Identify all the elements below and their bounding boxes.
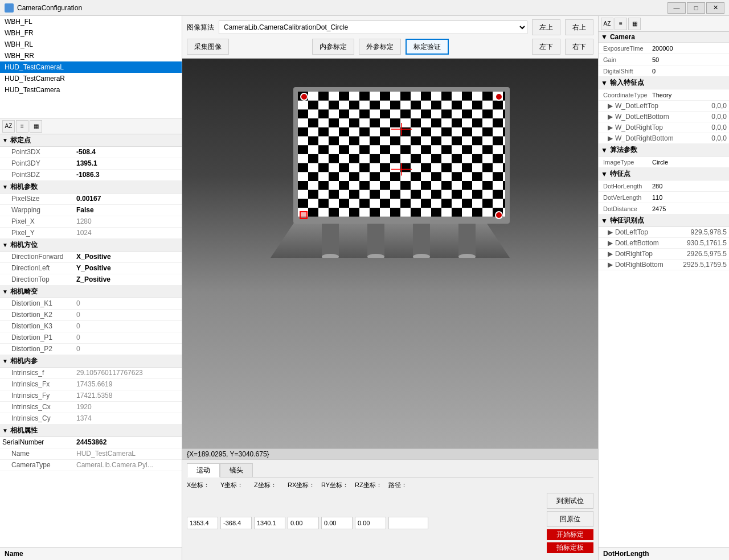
section-camera-orient[interactable]: ▼ 相机方位 — [0, 239, 182, 252]
tab-motion[interactable]: 运动 — [187, 463, 220, 477]
prop-value-pixel-y: 1024 — [74, 228, 182, 238]
prop-value-intrinsics-fx: 17435.6619 — [74, 379, 182, 390]
rsection-feature-label: 特征点 — [610, 169, 630, 179]
camera-item-wbh-fl[interactable]: WBH_FL — [0, 16, 182, 27]
rprop-expand-dotrightbottom-recog[interactable]: ▶ DotRightBottom 2925.5,1759.5 — [599, 260, 729, 270]
rprop-name-dothorlength: DotHorLength — [599, 182, 650, 191]
btn-bottom-right[interactable]: 右下 — [565, 39, 593, 55]
section-camera-distortion[interactable]: ▼ 相机畸变 — [0, 286, 182, 298]
section-camera-orient-label: 相机方位 — [10, 240, 38, 250]
x-input[interactable] — [187, 517, 218, 529]
rsection-algo-params[interactable]: ▼ 算法参数 — [599, 144, 729, 157]
properties-menu-button[interactable]: ▦ — [30, 120, 42, 133]
rprop-name-imagetype: ImageType — [599, 158, 650, 167]
prop-name-distortion-p1: Distortion_P1 — [0, 332, 74, 343]
algo-row: 图像算法 CameraLib.CameraCalibrationDot_Circ… — [187, 19, 593, 35]
camera-item-hud-testcamera[interactable]: HUD_TestCamera — [0, 84, 182, 96]
left-panel: WBH_FL WBH_FR WBH_RL WBH_RR HUD_TestCame… — [0, 16, 182, 560]
btn-top-left[interactable]: 左上 — [532, 19, 560, 35]
section-camera-intrinsics[interactable]: ▼ 相机内参 — [0, 355, 182, 368]
rsection-camera[interactable]: ▼ Camera — [599, 32, 729, 43]
right-sort-az[interactable]: AZ — [601, 18, 613, 30]
btn-return-origin[interactable]: 回原位 — [547, 511, 593, 527]
rsection-input-features[interactable]: ▼ 输入特征点 — [599, 77, 729, 89]
right-toolbar: AZ ≡ ▦ — [599, 16, 729, 32]
btn-goto-position[interactable]: 到测试位 — [547, 493, 593, 509]
svg-rect-4 — [458, 218, 476, 258]
coord-text: {X=189.0295, Y=3040.675} — [187, 450, 269, 458]
rprop-value-coord-type: Theory — [650, 90, 729, 100]
rprop-expand-dotleftbottom-recog[interactable]: ▶ DotLeftBottom 930.5,1761.5 — [599, 238, 729, 249]
rsection-feature-recog-label: 特征识别点 — [610, 216, 644, 225]
image-area[interactable] — [182, 59, 598, 448]
path-label: 路径： — [388, 481, 428, 489]
z-input[interactable] — [254, 517, 285, 529]
maximize-button[interactable]: □ — [687, 2, 705, 14]
prop-row-cameratype: CameraType CameraLib.Camera.Pyl... — [0, 460, 182, 471]
left-bottom-label: Name — [0, 547, 182, 560]
dot-br — [495, 211, 503, 219]
btn-validate[interactable]: 标定验证 — [406, 39, 449, 55]
rprop-expand-dotrighttop[interactable]: ▶ W_DotRightTop 0,0,0 — [599, 122, 729, 133]
title-bar: CameraConfiguration — □ ✕ — [0, 0, 729, 16]
btn-bottom-left[interactable]: 左下 — [532, 39, 560, 55]
rprop-expand-dotrighttop-recog[interactable]: ▶ DotRightTop 2926.5,975.5 — [599, 249, 729, 260]
camera-item-wbh-fr[interactable]: WBH_FR — [0, 27, 182, 39]
section-calibration-point[interactable]: ▼ 标定点 — [0, 134, 182, 147]
rprop-expand-dotleftbottom[interactable]: ▶ W_DotLeftBottom 0,0,0 — [599, 112, 729, 122]
sort-cat-button[interactable]: ≡ — [16, 120, 28, 133]
camera-item-wbh-rl[interactable]: WBH_RL — [0, 39, 182, 50]
close-button[interactable]: ✕ — [706, 2, 724, 14]
algo-select[interactable]: CameraLib.CameraCalibrationDot_Circle — [219, 20, 527, 34]
action-row: 采集图像 内参标定 外参标定 标定验证 左下 右下 — [187, 39, 593, 55]
right-bottom-label: DotHorLength — [599, 547, 729, 560]
rprop-expand-dotlefttop[interactable]: ▶ W_DotLeftTop 0,0,0 — [599, 101, 729, 112]
right-sort-cat[interactable]: ≡ — [615, 18, 627, 30]
camera-item-hud-testcameral[interactable]: HUD_TestCameraL — [0, 61, 182, 73]
btn-top-right[interactable]: 右上 — [565, 19, 593, 35]
title-bar-controls[interactable]: — □ ✕ — [667, 2, 724, 14]
minimize-button[interactable]: — — [667, 2, 686, 14]
btn-extrinsic[interactable]: 外参标定 — [359, 39, 401, 55]
section-camera-params[interactable]: ▼ 相机参数 — [0, 181, 182, 193]
btn-intrinsic[interactable]: 内参标定 — [312, 39, 354, 55]
btn-start-calib[interactable]: 开始标定 — [547, 529, 593, 540]
rprop-expand-dotrightbottom[interactable]: ▶ W_DotRightBottom 0,0,0 — [599, 133, 729, 144]
rsection-camera-arrow: ▼ — [601, 33, 608, 41]
prop-value-point3dy: 1395.1 — [74, 158, 182, 169]
rx-coord-label: RX坐标： — [288, 481, 319, 489]
y-input[interactable] — [220, 517, 252, 529]
rprop-expand-dotlefttop-recog[interactable]: ▶ DotLeftTop 929.5,978.5 — [599, 227, 729, 238]
prop-name-intrinsics-cx: Intrinsics_Cx — [0, 402, 74, 413]
tab-lens[interactable]: 镜头 — [220, 463, 253, 477]
prop-name-intrinsics-f: Intrinsics_f — [0, 368, 74, 378]
rz-input[interactable] — [355, 517, 386, 529]
rprop-name-digitalshift: DigitalShift — [599, 67, 650, 76]
prop-row-name: Name HUD_TestCameraL — [0, 448, 182, 460]
prop-value-distortion-k1: 0 — [74, 298, 182, 309]
btn-collect-data[interactable]: 拍标定板 — [547, 542, 593, 553]
prop-value-distortion-p1: 0 — [74, 332, 182, 343]
rx-input[interactable] — [288, 517, 319, 529]
title-bar-left: CameraConfiguration — [5, 3, 82, 13]
camera-item-hud-testcamerar[interactable]: HUD_TestCameraR — [0, 73, 182, 84]
path-input[interactable] — [388, 517, 428, 529]
prop-row-distortion-p2: Distortion_P2 0 — [0, 344, 182, 355]
rprop-value-dotdistance: 2475 — [650, 204, 729, 213]
rsection-feature-points[interactable]: ▼ 特征点 — [599, 168, 729, 180]
section-camera-props[interactable]: ▼ 相机属性 — [0, 425, 182, 437]
left-properties-panel: ▼ 标定点 Point3DX -508.4 Point3DY 1395.1 Po… — [0, 134, 182, 547]
prop-row-distortion-k2: Distortion_K2 0 — [0, 310, 182, 321]
sort-az-button[interactable]: AZ — [2, 120, 15, 133]
rprop-row-imagetype: ImageType Circle — [599, 157, 729, 168]
rsection-feature-recog[interactable]: ▼ 特征识别点 — [599, 215, 729, 227]
prop-name-dir-top: DirectionTop — [0, 274, 74, 285]
camera-item-wbh-rr[interactable]: WBH_RR — [0, 50, 182, 61]
prop-name-distortion-p2: Distortion_P2 — [0, 344, 74, 355]
prop-value-point3dx: -508.4 — [74, 147, 182, 158]
right-menu[interactable]: ▦ — [628, 18, 641, 30]
ry-input[interactable] — [321, 517, 353, 529]
btn-capture[interactable]: 采集图像 — [187, 39, 229, 55]
prop-name-distortion-k3: Distortion_K3 — [0, 321, 74, 332]
coords-input-row: X坐标： Y坐标： Z坐标： RX坐标： RY坐标： RZ坐标： 路径： — [187, 481, 593, 489]
